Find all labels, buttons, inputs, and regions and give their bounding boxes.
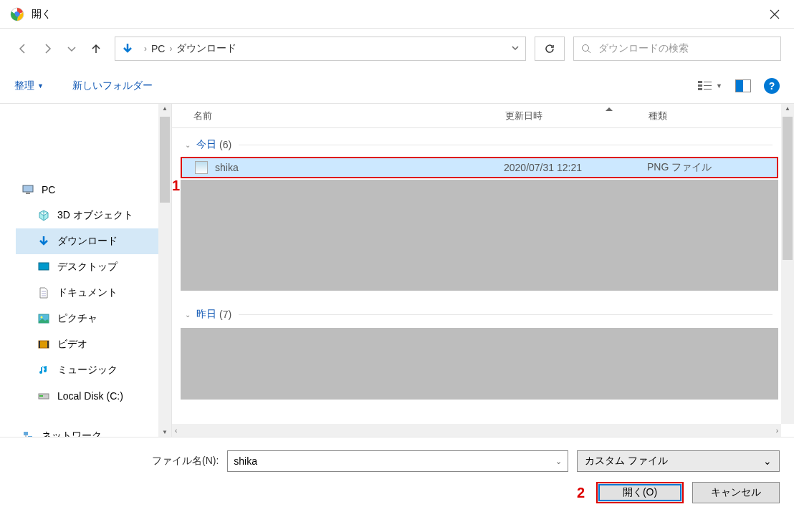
col-date[interactable]: 更新日時	[505, 110, 649, 122]
view-menu[interactable]: ▼	[697, 80, 722, 92]
group-today[interactable]: ⌄ 今日 (6)	[172, 128, 794, 157]
file-row-selected[interactable]: shika 2020/07/31 12:21 PNG ファイル	[181, 157, 778, 178]
navbar: › PC › ダウンロード ダウンロードの検索	[0, 29, 794, 68]
svg-rect-14	[39, 341, 49, 348]
chevron-down-icon: ⌄	[185, 141, 191, 149]
search-placeholder: ダウンロードの検索	[598, 42, 689, 55]
svg-rect-15	[39, 341, 40, 348]
titlebar: 開く	[0, 0, 794, 29]
cube-icon	[37, 209, 50, 222]
sidebar-documents[interactable]: ドキュメント	[16, 280, 171, 306]
redacted-area	[181, 328, 778, 400]
group-yesterday[interactable]: ⌄ 昨日 (7)	[172, 298, 794, 327]
video-icon	[37, 338, 50, 351]
toolbar: 整理▼ 新しいフォルダー ▼ ?	[0, 68, 794, 104]
sidebar-3d[interactable]: 3D オブジェクト	[16, 203, 171, 228]
forward-button[interactable]	[37, 39, 57, 59]
filetype-filter[interactable]: カスタム ファイル ⌄	[577, 450, 780, 472]
svg-rect-8	[704, 89, 712, 90]
sidebar-music[interactable]: ミュージック	[16, 357, 171, 383]
column-headers[interactable]: 名前 更新日時 種類	[172, 104, 794, 128]
svg-rect-6	[704, 82, 712, 82]
sidebar-pictures[interactable]: ピクチャ	[16, 306, 171, 332]
svg-point-2	[583, 44, 589, 51]
filename-input[interactable]: shika ⌄	[227, 450, 568, 472]
new-folder-button[interactable]: 新しいフォルダー	[72, 79, 153, 92]
col-type[interactable]: 種類	[649, 110, 756, 122]
up-button[interactable]	[86, 39, 106, 59]
file-date: 2020/07/31 12:21	[504, 162, 647, 173]
sidebar: PC 3D オブジェクト ダウンロード デスクトップ ドキュメント ピクチャ ビ…	[0, 104, 172, 437]
file-list: 名前 更新日時 種類 ⌄ 今日 (6) shika 2020/07/31 12:…	[172, 104, 794, 437]
image-file-icon	[195, 161, 208, 174]
svg-rect-16	[47, 341, 49, 348]
main: PC 3D オブジェクト ダウンロード デスクトップ ドキュメント ピクチャ ビ…	[0, 104, 794, 437]
svg-rect-20	[28, 436, 32, 437]
filename-label: ファイル名(N):	[152, 455, 219, 468]
annotation-1: 1	[172, 178, 180, 194]
chevron-right-icon: ›	[169, 44, 172, 54]
help-button[interactable]: ?	[764, 78, 780, 94]
document-icon	[37, 286, 50, 299]
chevron-down-icon: ⌄	[185, 311, 191, 319]
svg-rect-18	[39, 395, 43, 397]
pc-icon	[21, 183, 34, 196]
svg-point-13	[41, 316, 43, 319]
breadcrumb-folder[interactable]: ダウンロード	[176, 42, 236, 55]
svg-rect-10	[26, 193, 30, 194]
caret-down-icon: ⌄	[763, 455, 772, 467]
chevron-right-icon: ›	[144, 44, 147, 54]
file-name: shika	[215, 162, 504, 173]
svg-rect-7	[704, 85, 712, 86]
network-icon	[21, 430, 34, 437]
desktop-icon	[37, 261, 50, 274]
svg-rect-3	[698, 81, 702, 83]
breadcrumb-root[interactable]: PC	[151, 43, 165, 54]
search-icon	[581, 44, 591, 54]
disk-icon	[37, 390, 50, 402]
pictures-icon	[37, 312, 50, 325]
window-title: 開く	[32, 8, 52, 21]
history-caret[interactable]	[62, 39, 82, 59]
sidebar-disk[interactable]: Local Disk (C:)	[16, 383, 171, 409]
col-name[interactable]: 名前	[193, 110, 505, 122]
sidebar-videos[interactable]: ビデオ	[16, 332, 171, 357]
sidebar-downloads[interactable]: ダウンロード	[16, 228, 171, 254]
bottom-panel: ファイル名(N): shika ⌄ カスタム ファイル ⌄ 2 開く(O) キャ…	[0, 437, 794, 512]
cancel-button[interactable]: キャンセル	[692, 482, 780, 503]
refresh-button[interactable]	[535, 37, 565, 61]
search-input[interactable]: ダウンロードの検索	[573, 37, 781, 61]
annotation-2: 2	[577, 485, 585, 501]
content-scrollbar[interactable]	[781, 104, 794, 424]
svg-rect-9	[23, 185, 33, 192]
folder-down-icon	[121, 42, 134, 55]
sidebar-pc[interactable]: PC	[0, 177, 171, 203]
caret-down-icon[interactable]: ⌄	[555, 457, 562, 466]
sidebar-network[interactable]: ネットワーク	[0, 423, 171, 437]
close-button[interactable]	[758, 0, 791, 29]
address-bar[interactable]: › PC › ダウンロード	[115, 37, 526, 61]
address-caret-icon[interactable]	[511, 42, 520, 55]
chrome-icon	[10, 7, 24, 21]
back-button[interactable]	[13, 39, 33, 59]
preview-toggle[interactable]	[735, 79, 751, 92]
redacted-area	[181, 180, 778, 291]
sidebar-desktop[interactable]: デスクトップ	[16, 254, 171, 280]
download-icon	[37, 235, 50, 248]
svg-rect-4	[698, 84, 702, 87]
svg-rect-11	[39, 263, 49, 270]
open-button[interactable]: 開く(O)	[596, 482, 684, 503]
svg-rect-19	[24, 432, 28, 435]
music-icon	[37, 364, 50, 377]
horizontal-scrollbar[interactable]: ‹›	[172, 424, 781, 437]
file-type: PNG ファイル	[647, 161, 712, 174]
sidebar-scrollbar[interactable]	[158, 104, 171, 437]
svg-rect-5	[698, 88, 702, 90]
organize-menu[interactable]: 整理▼	[14, 79, 44, 92]
